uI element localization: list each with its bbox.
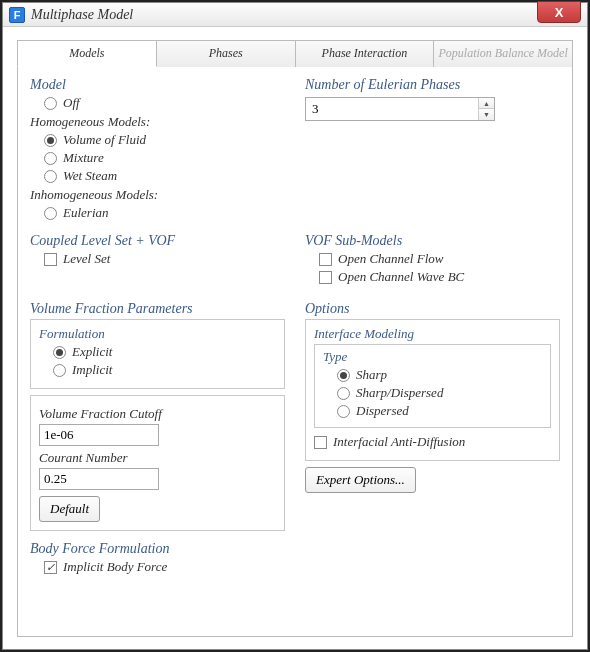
spinner-buttons: ▲ ▼: [478, 98, 494, 120]
tab-population-balance: Population Balance Model: [434, 40, 573, 67]
checkbox-icon: [319, 253, 332, 266]
check-implicit-body-force[interactable]: Implicit Body Force: [44, 559, 560, 575]
models-panel: Model Off Homogeneous Models: Volume of …: [17, 67, 573, 637]
radio-icon: [337, 405, 350, 418]
radio-icon: [53, 346, 66, 359]
homogeneous-label: Homogeneous Models:: [30, 114, 285, 130]
radio-implicit[interactable]: Implicit: [53, 362, 276, 378]
tab-models[interactable]: Models: [17, 40, 157, 67]
radio-label: Sharp: [356, 367, 387, 383]
check-open-channel[interactable]: Open Channel Flow: [319, 251, 560, 267]
interface-heading: Interface Modeling: [314, 326, 551, 342]
radio-mixture[interactable]: Mixture: [44, 150, 285, 166]
vfp-heading: Volume Fraction Parameters: [30, 301, 285, 317]
courant-label: Courant Number: [39, 450, 276, 466]
options-heading: Options: [305, 301, 560, 317]
radio-icon: [44, 207, 57, 220]
radio-sharp[interactable]: Sharp: [337, 367, 542, 383]
tab-phase-interaction[interactable]: Phase Interaction: [296, 40, 435, 67]
phases-count-spinner[interactable]: ▲ ▼: [305, 97, 495, 121]
checkbox-label: Level Set: [63, 251, 110, 267]
radio-label: Off: [63, 95, 80, 111]
check-anti-diffusion[interactable]: Interfacial Anti-Diffusion: [314, 434, 551, 450]
spin-down-icon[interactable]: ▼: [479, 109, 494, 120]
body-force-heading: Body Force Formulation: [30, 541, 560, 557]
app-icon: F: [9, 7, 25, 23]
close-button[interactable]: X: [537, 1, 581, 23]
checkbox-label: Interfacial Anti-Diffusion: [333, 434, 465, 450]
radio-dispersed[interactable]: Dispersed: [337, 403, 542, 419]
content-area: Models Phases Phase Interaction Populati…: [3, 27, 587, 649]
checkbox-icon: [314, 436, 327, 449]
radio-icon: [53, 364, 66, 377]
radio-label: Sharp/Dispersed: [356, 385, 443, 401]
radio-label: Eulerian: [63, 205, 109, 221]
default-button[interactable]: Default: [39, 496, 100, 522]
model-heading: Model: [30, 77, 285, 93]
expert-options-button[interactable]: Expert Options...: [305, 467, 416, 493]
phases-count-heading: Number of Eulerian Phases: [305, 77, 560, 93]
cutoff-group: Volume Fraction Cutoff Courant Number De…: [30, 395, 285, 531]
radio-label: Implicit: [72, 362, 112, 378]
vof-sub-heading: VOF Sub-Models: [305, 233, 560, 249]
cutoff-input[interactable]: [39, 424, 159, 446]
radio-icon: [44, 134, 57, 147]
radio-icon: [337, 387, 350, 400]
coupled-heading: Coupled Level Set + VOF: [30, 233, 285, 249]
radio-label: Explicit: [72, 344, 112, 360]
courant-input[interactable]: [39, 468, 159, 490]
checkbox-label: Implicit Body Force: [63, 559, 167, 575]
type-group: Type Sharp Sharp/Dispersed: [314, 344, 551, 428]
checkbox-icon: [44, 253, 57, 266]
radio-label: Dispersed: [356, 403, 409, 419]
radio-sharp-dispersed[interactable]: Sharp/Dispersed: [337, 385, 542, 401]
titlebar: F Multiphase Model X: [3, 3, 587, 27]
cutoff-label: Volume Fraction Cutoff: [39, 406, 276, 422]
radio-label: Wet Steam: [63, 168, 117, 184]
radio-wet-steam[interactable]: Wet Steam: [44, 168, 285, 184]
radio-vof[interactable]: Volume of Fluid: [44, 132, 285, 148]
radio-eulerian[interactable]: Eulerian: [44, 205, 285, 221]
radio-icon: [44, 170, 57, 183]
radio-label: Volume of Fluid: [63, 132, 146, 148]
checkbox-icon: [44, 561, 57, 574]
tab-phases[interactable]: Phases: [157, 40, 296, 67]
formulation-group: Formulation Explicit Implicit: [30, 319, 285, 389]
interface-group: Interface Modeling Type Sharp Sha: [305, 319, 560, 461]
check-open-channel-wave[interactable]: Open Channel Wave BC: [319, 269, 560, 285]
radio-icon: [44, 152, 57, 165]
checkbox-icon: [319, 271, 332, 284]
phases-count-input[interactable]: [306, 99, 478, 119]
spin-up-icon[interactable]: ▲: [479, 98, 494, 109]
check-level-set[interactable]: Level Set: [44, 251, 285, 267]
inhomogeneous-label: Inhomogeneous Models:: [30, 187, 285, 203]
radio-icon: [337, 369, 350, 382]
multiphase-model-dialog: F Multiphase Model X Models Phases Phase…: [2, 2, 588, 650]
radio-off[interactable]: Off: [44, 95, 285, 111]
radio-label: Mixture: [63, 150, 104, 166]
type-heading: Type: [323, 349, 542, 365]
checkbox-label: Open Channel Wave BC: [338, 269, 464, 285]
formulation-heading: Formulation: [39, 326, 276, 342]
radio-explicit[interactable]: Explicit: [53, 344, 276, 360]
radio-icon: [44, 97, 57, 110]
tab-bar: Models Phases Phase Interaction Populati…: [17, 39, 573, 67]
window-title: Multiphase Model: [31, 7, 133, 23]
checkbox-label: Open Channel Flow: [338, 251, 443, 267]
